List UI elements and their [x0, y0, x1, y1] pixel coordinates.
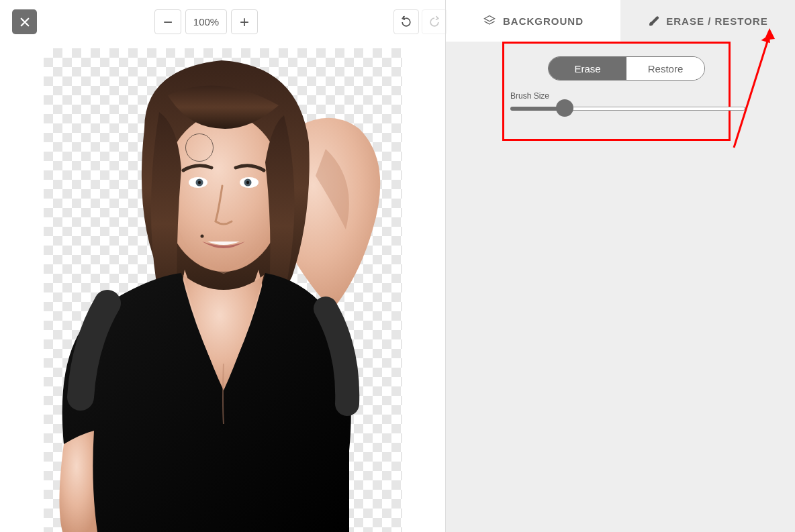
- zoom-value: 100%: [185, 9, 227, 34]
- svg-line-8: [734, 35, 769, 148]
- brush-size-label: Brush Size: [510, 91, 549, 101]
- zoom-controls: − 100% +: [154, 9, 258, 34]
- canvas-area: [0, 43, 445, 532]
- erase-restore-toggle: Erase Restore: [548, 56, 705, 81]
- close-button[interactable]: [12, 9, 37, 34]
- svg-point-7: [200, 235, 203, 238]
- svg-point-0: [163, 113, 284, 272]
- slider-track-empty: [564, 107, 745, 111]
- brush-size-slider[interactable]: [510, 106, 745, 111]
- close-icon: [19, 16, 31, 28]
- svg-point-1: [189, 177, 207, 188]
- settings-pane: BACKGROUND ERASE / RESTORE Erase Restore…: [446, 0, 795, 532]
- subject-image: [44, 48, 402, 532]
- tab-background[interactable]: BACKGROUND: [446, 0, 620, 42]
- image-canvas[interactable]: [44, 48, 402, 532]
- redo-icon: [428, 15, 441, 29]
- tab-erase-restore[interactable]: ERASE / RESTORE: [620, 0, 795, 42]
- zoom-in-button[interactable]: +: [231, 9, 258, 34]
- tab-bar: BACKGROUND ERASE / RESTORE: [446, 0, 795, 42]
- slider-thumb[interactable]: [556, 99, 573, 117]
- redo-button[interactable]: [422, 9, 447, 34]
- undo-icon: [400, 15, 413, 29]
- zoom-out-button[interactable]: −: [154, 9, 181, 34]
- tab-label: ERASE / RESTORE: [666, 15, 767, 27]
- tab-label: BACKGROUND: [503, 15, 583, 27]
- annotation-arrow: [727, 25, 781, 156]
- toolbar: − 100% +: [0, 0, 445, 43]
- erase-option[interactable]: Erase: [549, 57, 626, 80]
- brush-cursor: [185, 134, 214, 162]
- restore-option[interactable]: Restore: [626, 57, 704, 80]
- svg-point-2: [240, 177, 259, 188]
- svg-point-4: [244, 179, 251, 187]
- brush-icon: [647, 15, 659, 27]
- svg-point-5: [197, 181, 200, 184]
- panel-area: Erase Restore Brush Size: [446, 42, 795, 532]
- editor-pane: − 100% +: [0, 0, 446, 532]
- history-controls: [393, 9, 447, 34]
- svg-point-3: [195, 179, 203, 187]
- undo-button[interactable]: [393, 9, 419, 34]
- svg-point-6: [246, 181, 248, 184]
- layers-icon: [483, 14, 496, 28]
